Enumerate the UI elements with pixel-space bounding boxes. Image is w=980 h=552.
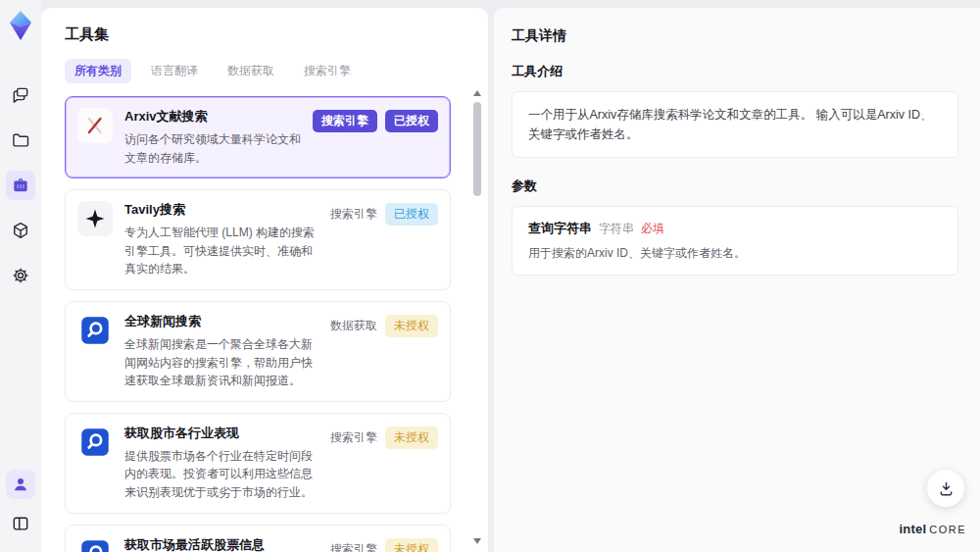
tool-status-badge: 未授权: [385, 315, 438, 337]
tool-name: 全球新闻搜索: [124, 313, 318, 330]
tool-category-label: 搜索引擎: [330, 429, 377, 446]
toolbox-icon[interactable]: [6, 171, 35, 200]
tool-status-badge: 未授权: [385, 427, 438, 449]
tab-数据获取[interactable]: 数据获取: [218, 59, 284, 83]
detail-title: 工具详情: [512, 27, 958, 45]
intro-heading: 工具介绍: [512, 63, 958, 80]
settings-gear-icon[interactable]: [6, 261, 35, 290]
tool-card[interactable]: 获取股市各行业表现 提供股票市场各个行业在特定时间段内的表现。投资者可以利用这些…: [65, 413, 451, 514]
tavily-star-icon: [77, 201, 113, 236]
left-rail: [0, 0, 41, 552]
brand-core-text: CORE: [929, 524, 966, 535]
tool-description: 提供股票市场各个行业在特定时间段内的表现。投资者可以利用这些信息来识别表现优于或…: [124, 447, 318, 502]
parameter-type: 字符串: [599, 221, 634, 237]
parameter-item: 查询字符串 字符串 必填 用于搜索的Arxiv ID、关键字或作者姓名。: [512, 206, 958, 276]
tool-card[interactable]: Tavily搜索 专为人工智能代理 (LLM) 构建的搜索引擎工具。可快速提供实…: [65, 189, 451, 290]
tool-status-badge: 已授权: [385, 203, 438, 226]
arxiv-logo-icon: [77, 108, 113, 143]
tool-name: 获取股市各行业表现: [124, 425, 318, 442]
parameter-description: 用于搜索的Arxiv ID、关键字或作者姓名。: [528, 244, 942, 262]
tool-name: 获取市场最活跃股票信息: [124, 536, 318, 552]
folder-icon[interactable]: [6, 125, 35, 155]
parameter-required-badge: 必填: [641, 221, 664, 237]
tool-status-badge: 未授权: [385, 538, 438, 552]
brand-intel-text: intel: [899, 522, 926, 536]
blue-search-icon: [77, 313, 113, 348]
tool-description: 访问各个研究领域大量科学论文和文章的存储库。: [124, 130, 301, 167]
page-title: 工具集: [65, 25, 466, 44]
tool-list: Arxiv文献搜索 访问各个研究领域大量科学论文和文章的存储库。 搜索引擎 已授…: [65, 96, 466, 552]
tool-list-panel: 工具集 所有类别语言翻译数据获取搜索引擎 Arxiv文献搜索 访问各个研究领域大…: [41, 8, 488, 552]
tool-description: 专为人工智能代理 (LLM) 构建的搜索引擎工具。可快速提供实时、准确和真实的结…: [124, 224, 318, 278]
category-tabs: 所有类别语言翻译数据获取搜索引擎: [65, 59, 466, 83]
chat-icon[interactable]: [6, 80, 35, 110]
tool-category-label: 搜索引擎: [313, 110, 377, 132]
params-heading: 参数: [512, 177, 958, 195]
app-logo-icon: [7, 10, 34, 41]
download-button[interactable]: [927, 470, 964, 507]
tool-description: 全球新闻搜索是一个聚合全球各大新闻网站内容的搜索引擎，帮助用户快速获取全球最新资…: [124, 335, 318, 390]
tab-语言翻译[interactable]: 语言翻译: [141, 59, 208, 83]
parameter-name: 查询字符串: [528, 220, 592, 237]
tab-搜索引擎[interactable]: 搜索引擎: [294, 59, 361, 83]
scrollbar-thumb[interactable]: [473, 102, 481, 196]
tool-intro-text: 一个用于从Arxiv存储库搜索科学论文和文章的工具。 输入可以是Arxiv ID…: [512, 91, 958, 158]
blue-search-icon: [77, 425, 113, 460]
tool-name: Tavily搜索: [124, 201, 318, 219]
tab-所有类别[interactable]: 所有类别: [65, 59, 131, 83]
scroll-up-icon[interactable]: [473, 90, 481, 96]
panel-toggle-icon[interactable]: [6, 509, 35, 538]
user-icon[interactable]: [6, 470, 35, 499]
download-icon: [937, 479, 956, 498]
tool-category-label: 数据获取: [330, 318, 377, 334]
tool-category-label: 搜索引擎: [330, 206, 377, 223]
cube-icon[interactable]: [6, 216, 35, 245]
tool-status-badge: 已授权: [385, 110, 438, 132]
tool-card[interactable]: 获取市场最活跃股票信息 提供当天交易量最高的股票列表，投资者可以利用这些信息来识…: [65, 525, 451, 552]
blue-search-icon: [77, 536, 113, 552]
scroll-down-icon[interactable]: [473, 538, 481, 544]
tool-card[interactable]: Arxiv文献搜索 访问各个研究领域大量科学论文和文章的存储库。 搜索引擎 已授…: [65, 96, 451, 178]
tool-detail-panel: 工具详情 工具介绍 一个用于从Arxiv存储库搜索科学论文和文章的工具。 输入可…: [494, 8, 980, 552]
intel-core-logo: intel CORE: [899, 522, 966, 536]
tool-category-label: 搜索引擎: [330, 541, 377, 552]
tool-name: Arxiv文献搜索: [124, 108, 301, 125]
scrollbar[interactable]: [472, 90, 482, 544]
tool-card[interactable]: 全球新闻搜索 全球新闻搜索是一个聚合全球各大新闻网站内容的搜索引擎，帮助用户快速…: [65, 301, 451, 402]
